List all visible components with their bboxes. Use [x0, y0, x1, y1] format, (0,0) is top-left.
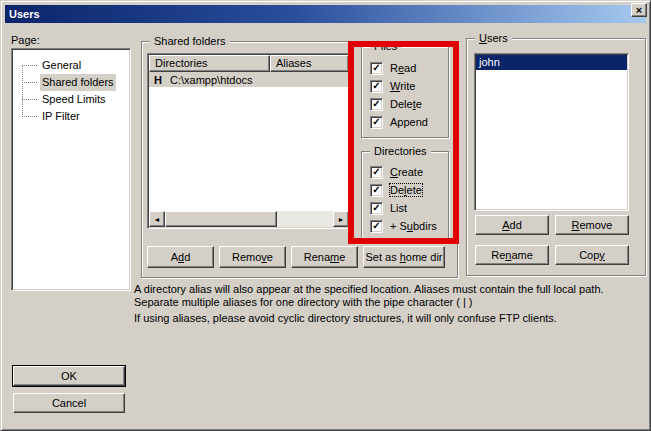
user-rename-button[interactable]: Rename: [475, 245, 549, 265]
directories-group-label: Directories: [370, 145, 431, 157]
close-button[interactable]: ×: [631, 3, 647, 17]
column-header-directories[interactable]: Directories: [149, 55, 270, 72]
user-name: john: [479, 56, 500, 68]
directories-list[interactable]: Directories Aliases H C:\xampp\htdocs ◄ …: [147, 53, 351, 229]
write-checkbox-row[interactable]: ✓ Write: [370, 79, 415, 93]
user-add-button[interactable]: Add: [475, 215, 549, 235]
cyclic-note: If using aliases, please avoid cyclic di…: [134, 312, 646, 325]
scroll-left-button[interactable]: ◄: [149, 211, 165, 227]
dir-delete-checkbox[interactable]: ✓: [370, 184, 383, 197]
tree-item-shared-folders[interactable]: Shared folders: [12, 74, 130, 91]
tree-item-label: IP Filter: [40, 108, 82, 125]
tree-item-general[interactable]: General: [12, 57, 130, 74]
subdirs-checkbox-row[interactable]: ✓ + Subdirs: [370, 219, 437, 233]
subdirs-label: + Subdirs: [390, 220, 437, 232]
scroll-right-button[interactable]: ►: [333, 211, 349, 227]
tree-line-stub: [22, 116, 37, 117]
checkmark-icon: ✓: [372, 63, 380, 73]
directory-row[interactable]: H C:\xampp\htdocs: [149, 72, 349, 87]
directories-group: Directories ✓ Create ✓ Delete ✓ List ✓ +…: [361, 151, 449, 243]
directory-path: C:\xampp\htdocs: [170, 74, 253, 86]
button-label: Set as home dir: [365, 251, 442, 263]
checkmark-icon: ✓: [372, 99, 380, 109]
tree-item-label: Shared folders: [40, 74, 116, 91]
checkmark-icon: ✓: [372, 185, 380, 195]
page-label: Page:: [11, 34, 40, 46]
checkmark-icon: ✓: [372, 81, 380, 91]
write-label: Write: [390, 80, 415, 92]
append-label: Append: [390, 116, 428, 128]
alias-note: A directory alias will also appear at th…: [134, 283, 646, 309]
button-label: Rename: [491, 249, 533, 261]
checkmark-icon: ✓: [372, 203, 380, 213]
dir-delete-label: Delete: [390, 184, 422, 196]
tree-item-speed-limits[interactable]: Speed Limits: [12, 91, 130, 108]
cancel-button[interactable]: Cancel: [13, 393, 125, 413]
read-label: Read: [390, 62, 416, 74]
users-dialog: Users × Page: General Shared folders Spe…: [0, 0, 651, 431]
append-checkbox-row[interactable]: ✓ Append: [370, 115, 428, 129]
users-group-label: Users: [475, 32, 512, 44]
scroll-left-icon: ◄: [154, 216, 161, 223]
button-label: Remove: [572, 219, 613, 231]
list-checkbox[interactable]: ✓: [370, 202, 383, 215]
create-checkbox[interactable]: ✓: [370, 166, 383, 179]
horizontal-scrollbar[interactable]: ◄ ►: [149, 211, 349, 227]
set-as-home-dir-button[interactable]: Set as home dir: [363, 246, 445, 268]
tree-item-label: General: [40, 57, 83, 74]
ok-button[interactable]: OK: [13, 366, 125, 386]
user-list-item[interactable]: john: [476, 55, 627, 70]
scrollbar-thumb[interactable]: [165, 211, 277, 227]
create-label: Create: [390, 166, 423, 178]
user-copy-button[interactable]: Copy: [555, 245, 629, 265]
folder-rename-button[interactable]: Rename: [291, 246, 358, 268]
window-title: Users: [9, 8, 40, 20]
checkmark-icon: ✓: [372, 167, 380, 177]
read-checkbox-row[interactable]: ✓ Read: [370, 61, 416, 75]
folder-remove-button[interactable]: Remove: [219, 246, 286, 268]
tree-line-stub: [22, 82, 37, 83]
list-label: List: [390, 202, 407, 214]
checkmark-icon: ✓: [372, 117, 380, 127]
dir-delete-checkbox-row[interactable]: ✓ Delete: [370, 183, 422, 197]
directories-list-header: Directories Aliases: [149, 55, 349, 72]
files-group-label: Files: [370, 40, 401, 52]
write-checkbox[interactable]: ✓: [370, 80, 383, 93]
shared-folders-group-label: Shared folders: [150, 35, 230, 47]
button-label: OK: [61, 370, 77, 382]
page-tree[interactable]: General Shared folders Speed Limits IP F…: [11, 48, 131, 291]
users-list[interactable]: john: [474, 53, 629, 211]
file-delete-label: Delete: [390, 98, 422, 110]
button-label: Cancel: [52, 397, 86, 409]
tree-line-stub: [22, 99, 37, 100]
append-checkbox[interactable]: ✓: [370, 116, 383, 129]
folder-add-button[interactable]: Add: [147, 246, 214, 268]
subdirs-checkbox[interactable]: ✓: [370, 220, 383, 233]
files-group: Files ✓ Read ✓ Write ✓ Delete ✓ Append: [361, 46, 449, 138]
file-delete-checkbox-row[interactable]: ✓ Delete: [370, 97, 422, 111]
tree-item-ip-filter[interactable]: IP Filter: [12, 108, 130, 125]
tree-line-stub: [22, 65, 37, 66]
button-label: Remove: [232, 251, 273, 263]
close-icon: ×: [636, 5, 642, 16]
create-checkbox-row[interactable]: ✓ Create: [370, 165, 423, 179]
scroll-right-icon: ►: [338, 216, 345, 223]
list-checkbox-row[interactable]: ✓ List: [370, 201, 407, 215]
button-label: Add: [171, 251, 191, 263]
button-label: Add: [502, 219, 522, 231]
read-checkbox[interactable]: ✓: [370, 62, 383, 75]
user-remove-button[interactable]: Remove: [555, 215, 629, 235]
button-label: Copy: [579, 249, 605, 261]
home-marker: H: [154, 74, 170, 86]
button-label: Rename: [304, 251, 346, 263]
tree-item-label: Speed Limits: [40, 91, 108, 108]
column-header-aliases[interactable]: Aliases: [270, 55, 349, 72]
titlebar[interactable]: Users: [5, 5, 646, 23]
file-delete-checkbox[interactable]: ✓: [370, 98, 383, 111]
checkmark-icon: ✓: [372, 221, 380, 231]
